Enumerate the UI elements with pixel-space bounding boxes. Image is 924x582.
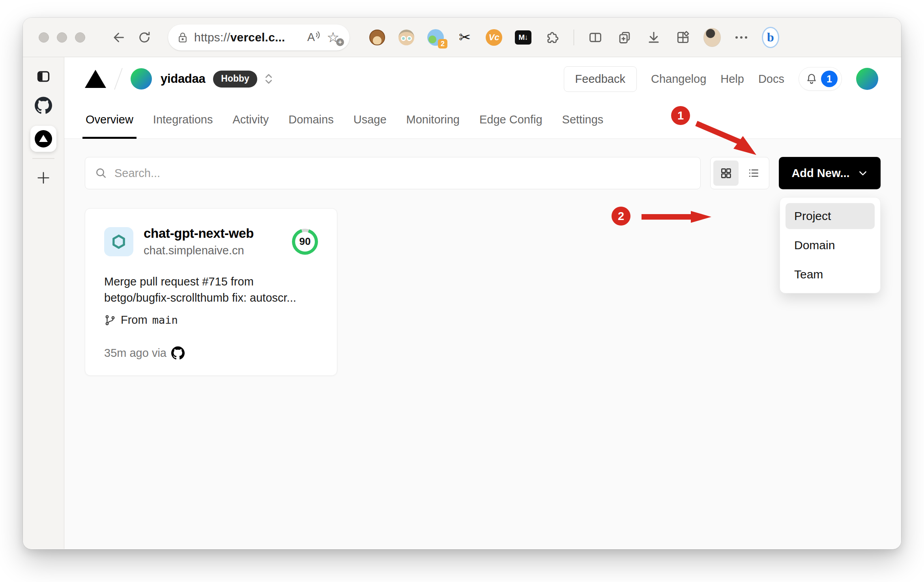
user-avatar[interactable] — [856, 68, 878, 90]
github-source-icon — [171, 346, 185, 360]
dropdown-item-project[interactable]: Project — [786, 203, 875, 229]
project-domain[interactable]: chat.simplenaive.cn — [144, 244, 254, 257]
team-switcher-button[interactable] — [264, 73, 273, 85]
refresh-button[interactable] — [133, 26, 155, 48]
toolbar-divider — [574, 30, 574, 45]
favorite-button[interactable]: ☆ + — [327, 30, 342, 45]
sidebar-tab-github[interactable] — [35, 97, 52, 114]
project-card[interactable]: chat-gpt-next-web chat.simplenaive.cn 90… — [85, 208, 337, 376]
branch-name: main — [152, 314, 178, 326]
url-scheme: https:// — [194, 31, 230, 44]
breadcrumb-slash — [114, 68, 123, 90]
bell-icon — [805, 73, 818, 85]
chevron-down-icon — [858, 168, 868, 178]
apps-icon — [675, 30, 690, 45]
traffic-lights — [39, 32, 85, 43]
read-aloud-button[interactable]: A — [307, 31, 321, 44]
dropdown-item-team[interactable]: Team — [786, 261, 875, 287]
new-tab-button[interactable] — [36, 170, 51, 186]
team-avatar[interactable] — [131, 68, 152, 90]
avatar-extension-icon[interactable] — [398, 29, 415, 46]
grid-view-icon — [720, 167, 732, 179]
back-button[interactable] — [108, 26, 130, 48]
notification-count-badge: 1 — [821, 71, 838, 87]
tab-usage[interactable]: Usage — [353, 101, 387, 138]
collections-icon — [617, 30, 632, 45]
sidebar-tab-vercel-active[interactable] — [30, 126, 56, 152]
plan-badge: Hobby — [213, 71, 257, 88]
tampermonkey-extension-icon[interactable] — [368, 29, 386, 46]
vc-icon: Vc — [486, 29, 502, 46]
scissors-icon: ✂ — [459, 29, 471, 46]
profile-button[interactable] — [703, 29, 721, 46]
changelog-link[interactable]: Changelog — [651, 73, 706, 86]
help-link[interactable]: Help — [720, 73, 744, 86]
split-screen-button[interactable] — [587, 29, 604, 46]
collections-button[interactable] — [616, 29, 633, 46]
sidebar-panel-icon — [36, 69, 51, 84]
lighthouse-score-ring[interactable]: 90 — [292, 229, 318, 255]
minimize-window-button[interactable] — [57, 32, 67, 43]
bing-icon: b — [762, 27, 779, 48]
extensions-menu-button[interactable] — [544, 29, 561, 46]
translate-extension-icon[interactable]: 2 — [427, 29, 444, 46]
vercel-logo-icon[interactable] — [85, 70, 106, 88]
grid-view-button[interactable] — [713, 160, 739, 186]
add-new-label: Add New... — [791, 167, 849, 180]
branch-prefix: From — [121, 313, 148, 326]
bing-chat-button[interactable]: b — [762, 29, 779, 46]
openai-icon — [109, 232, 128, 251]
dropdown-item-domain[interactable]: Domain — [786, 232, 875, 258]
clipper-extension-icon[interactable]: ✂ — [456, 29, 473, 46]
project-card-header: chat-gpt-next-web chat.simplenaive.cn 90 — [104, 226, 318, 257]
search-input[interactable] — [114, 167, 691, 180]
feedback-button[interactable]: Feedback — [564, 66, 637, 92]
lighthouse-score-value: 90 — [295, 232, 315, 252]
settings-more-button[interactable] — [733, 29, 750, 46]
extension-badge: 2 — [438, 39, 447, 48]
projects-toolbar: Add New... Project Domain Team — [85, 157, 881, 189]
sidebar-divider — [32, 158, 54, 159]
tab-monitoring[interactable]: Monitoring — [406, 101, 460, 138]
sound-waves-icon — [316, 31, 321, 39]
refresh-icon — [137, 30, 152, 45]
tab-activity[interactable]: Activity — [232, 101, 269, 138]
vc-extension-icon[interactable]: Vc — [485, 29, 503, 46]
close-window-button[interactable] — [39, 32, 49, 43]
browser-body: yidadaa Hobby Feedback Changelog Help Do… — [23, 57, 901, 549]
puzzle-icon — [545, 30, 560, 45]
vercel-page: yidadaa Hobby Feedback Changelog Help Do… — [64, 57, 901, 549]
tab-integrations[interactable]: Integrations — [152, 101, 214, 138]
url-host: vercel.c... — [230, 31, 285, 44]
download-icon — [646, 30, 661, 45]
add-new-button[interactable]: Add New... — [779, 157, 881, 189]
annotation-step-2: 2 — [612, 207, 630, 226]
tab-edge-config[interactable]: Edge Config — [479, 101, 543, 138]
apps-button[interactable] — [674, 29, 692, 46]
downloads-button[interactable] — [645, 29, 662, 46]
notifications-button[interactable]: 1 — [799, 67, 842, 91]
chevron-updown-icon — [264, 73, 273, 85]
address-bar[interactable]: https://vercel.c... A ☆ + — [168, 24, 350, 50]
markdown-icon: M↓ — [515, 30, 531, 45]
lock-icon — [177, 31, 189, 44]
tab-settings[interactable]: Settings — [561, 101, 604, 138]
star-plus-badge: + — [336, 38, 344, 46]
deployment-time: 35m ago via — [104, 347, 166, 360]
deployment-meta: 35m ago via — [104, 346, 318, 360]
list-view-button[interactable] — [741, 160, 766, 186]
markdown-extension-icon[interactable]: M↓ — [514, 29, 532, 46]
face-glasses-icon — [398, 30, 414, 45]
annotation-arrow-2 — [640, 210, 713, 224]
docs-link[interactable]: Docs — [758, 73, 784, 86]
project-names: chat-gpt-next-web chat.simplenaive.cn — [144, 226, 254, 257]
project-name[interactable]: chat-gpt-next-web — [144, 226, 254, 241]
tab-domains[interactable]: Domains — [288, 101, 334, 138]
annotation-step-1: 1 — [671, 106, 690, 125]
vercel-content: Add New... Project Domain Team — [64, 139, 901, 549]
team-name[interactable]: yidadaa — [161, 72, 205, 86]
back-arrow-icon — [112, 30, 126, 45]
zoom-window-button[interactable] — [75, 32, 85, 43]
toggle-sidebar-button[interactable] — [36, 69, 51, 84]
tab-overview[interactable]: Overview — [85, 101, 134, 138]
